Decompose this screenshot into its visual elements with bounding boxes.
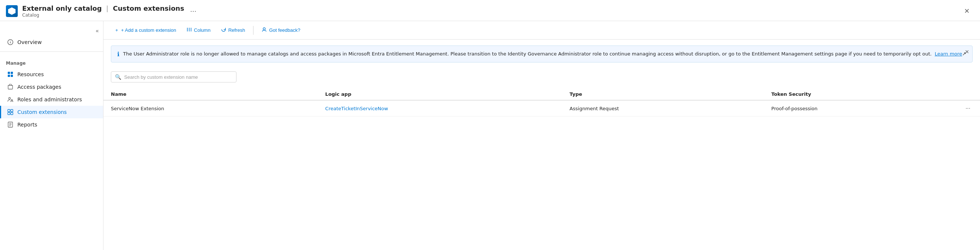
logic-app-link[interactable]: CreateTicketInServiceNow [325, 106, 388, 111]
row-type: Assignment Request [562, 100, 764, 116]
svg-rect-3 [8, 72, 10, 74]
column-icon [187, 27, 192, 33]
resources-icon [7, 71, 14, 78]
row-more-button[interactable]: ··· [963, 104, 973, 112]
access-packages-label: Access packages [18, 84, 61, 90]
custom-extensions-table: Name Logic app Type Token Security Servi… [103, 88, 980, 116]
banner-text: The User Administrator role is no longer… [123, 50, 966, 58]
sidebar: « Overview Manage [0, 21, 103, 250]
custom-extensions-label: Custom extensions [18, 109, 67, 115]
custom-extensions-icon [7, 109, 14, 115]
refresh-label: Refresh [228, 27, 245, 33]
sidebar-collapse-button[interactable]: « [91, 25, 103, 36]
column-label: Column [194, 27, 211, 33]
roles-admins-label: Roles and administrators [18, 97, 82, 102]
sidebar-item-overview[interactable]: Overview [0, 36, 103, 48]
sidebar-item-custom-extensions[interactable]: Custom extensions [0, 106, 103, 118]
header-title: External only catalog | Custom extension… [22, 5, 184, 12]
overview-icon [7, 39, 14, 46]
info-icon: ℹ [117, 51, 119, 58]
feedback-button[interactable]: Got feedback? [257, 25, 305, 35]
refresh-button[interactable]: Refresh [216, 25, 250, 35]
banner-close-button[interactable]: ✕ [965, 49, 969, 55]
table-header-row: Name Logic app Type Token Security [103, 88, 980, 100]
learn-more-link[interactable]: Learn more [935, 51, 962, 57]
access-packages-icon [7, 84, 14, 90]
svg-rect-9 [8, 110, 10, 112]
row-actions: ··· [956, 100, 980, 116]
overview-label: Overview [18, 39, 42, 45]
resources-label: Resources [18, 72, 44, 77]
info-banner: ℹ The User Administrator role is no long… [111, 46, 973, 62]
toolbar-divider [253, 26, 253, 35]
sidebar-item-roles-admins[interactable]: Roles and administrators [0, 93, 103, 106]
add-custom-extension-button[interactable]: + + Add a custom extension [111, 25, 181, 35]
roles-icon [7, 96, 14, 103]
manage-section-label: Manage [0, 55, 103, 68]
search-input[interactable] [124, 74, 232, 80]
svg-rect-4 [11, 72, 13, 74]
sidebar-item-reports[interactable]: Reports [0, 118, 103, 131]
feedback-icon [262, 27, 267, 33]
feedback-label: Got feedback? [269, 27, 301, 33]
svg-rect-10 [11, 110, 13, 112]
svg-rect-5 [8, 75, 10, 77]
header-more-button[interactable]: ··· [188, 6, 198, 17]
svg-rect-6 [11, 75, 13, 77]
header-separator: | [106, 5, 108, 12]
add-icon: + [115, 27, 118, 33]
search-wrapper: 🔍 [111, 72, 237, 83]
refresh-icon [221, 27, 226, 33]
search-container: 🔍 [103, 68, 980, 83]
reports-icon [7, 121, 14, 128]
toolbar: + + Add a custom extension Column [103, 21, 980, 40]
header-subtitle: Catalog [22, 13, 184, 18]
page-title: Custom extensions [113, 5, 184, 12]
svg-rect-11 [8, 112, 10, 115]
svg-point-20 [263, 28, 265, 30]
row-logic-app: CreateTicketInServiceNow [318, 100, 562, 116]
col-name: Name [103, 88, 318, 100]
sidebar-item-access-packages[interactable]: Access packages [0, 81, 103, 93]
column-button[interactable]: Column [182, 25, 215, 35]
svg-point-2 [10, 41, 11, 41]
col-type: Type [562, 88, 764, 100]
reports-label: Reports [18, 122, 37, 127]
svg-rect-12 [11, 112, 13, 115]
row-name: ServiceNow Extension [103, 100, 318, 116]
col-logic-app: Logic app [318, 88, 562, 100]
sidebar-item-resources[interactable]: Resources [0, 68, 103, 81]
svg-point-7 [9, 98, 11, 99]
col-actions [956, 88, 980, 100]
content-area: + + Add a custom extension Column [103, 21, 980, 250]
row-token-security: Proof-of-possession [764, 100, 956, 116]
catalog-name: External only catalog [22, 5, 102, 12]
app-icon [6, 5, 18, 17]
page-header: External only catalog | Custom extension… [0, 0, 980, 21]
search-icon: 🔍 [115, 74, 121, 80]
close-button[interactable]: ✕ [961, 6, 973, 17]
add-custom-extension-label: + Add a custom extension [121, 27, 176, 33]
table-row: ServiceNow Extension CreateTicketInServi… [103, 100, 980, 116]
header-title-group: External only catalog | Custom extension… [22, 5, 184, 18]
col-token-security: Token Security [764, 88, 956, 100]
